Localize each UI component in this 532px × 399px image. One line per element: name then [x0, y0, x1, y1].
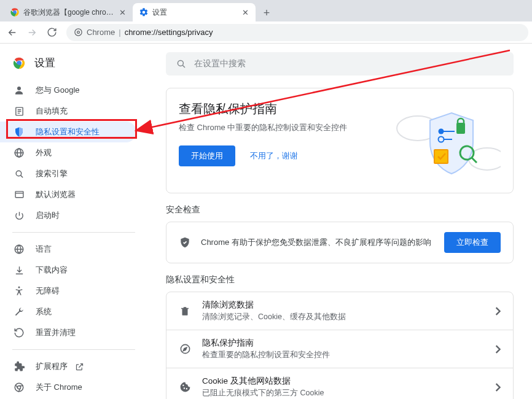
sidebar-item-label: 自动填充	[36, 106, 68, 117]
row-title: Cookie 及其他网站数据	[202, 376, 483, 387]
sidebar-item-search-engine[interactable]: 搜索引擎	[0, 163, 136, 184]
privacy-section-label: 隐私设置和安全性	[166, 274, 514, 285]
chevron-right-icon	[495, 307, 501, 316]
row-privacy-guide[interactable]: 隐私保护指南 检查重要的隐私控制设置和安全控件	[166, 330, 513, 368]
safety-check-text: Chrome 有助于保护您免受数据泄露、不良扩展程序等问题的影响	[201, 237, 434, 248]
row-title: 隐私保护指南	[202, 338, 483, 349]
guide-subtitle: 检查 Chrome 中重要的隐私控制设置和安全控件	[179, 122, 396, 133]
search-icon	[14, 168, 25, 179]
chevron-right-icon	[495, 345, 501, 354]
row-subtitle: 清除浏览记录、Cookie、缓存及其他数据	[202, 312, 483, 322]
shield-check-icon	[179, 236, 191, 249]
sidebar-item-label: 扩展程序	[36, 361, 68, 372]
settings-search-input[interactable]: 在设置中搜索	[166, 52, 514, 76]
sidebar-item-label: 无障碍	[36, 285, 60, 296]
sidebar-item-label: 您与 Google	[36, 85, 80, 96]
sidebar-item-about-chrome[interactable]: 关于 Chrome	[0, 377, 147, 398]
close-icon[interactable]: ✕	[118, 8, 127, 17]
sidebar-item-label: 默认浏览器	[36, 189, 76, 200]
row-subtitle: 已阻止无痕模式下的第三方 Cookie	[202, 388, 483, 398]
browser-tab-1[interactable]: 谷歌浏览器【google chrome】 ✕	[4, 3, 133, 21]
sidebar-item-label: 启动时	[36, 210, 60, 221]
sidebar-item-label: 搜索引擎	[36, 168, 68, 179]
address-bar[interactable]: Chrome | chrome://settings/privacy	[66, 24, 528, 41]
back-button[interactable]	[4, 24, 21, 41]
guide-title: 查看隐私保护指南	[179, 101, 396, 117]
autofill-icon	[14, 106, 25, 117]
chevron-right-icon	[495, 383, 501, 392]
power-icon	[14, 210, 25, 221]
sidebar-item-you-and-google[interactable]: 您与 Google	[0, 80, 136, 101]
new-tab-button[interactable]: +	[258, 4, 275, 21]
search-icon	[176, 58, 187, 69]
guide-illustration	[396, 101, 501, 180]
extension-icon	[14, 361, 25, 372]
sidebar-item-label: 关于 Chrome	[36, 382, 82, 393]
forward-button[interactable]	[23, 24, 41, 41]
sidebar-item-label: 下载内容	[36, 265, 68, 276]
sidebar-item-autofill[interactable]: 自动填充	[0, 101, 136, 122]
privacy-guide-card: 查看隐私保护指南 检查 Chrome 中重要的隐私控制设置和安全控件 开始使用 …	[166, 88, 514, 193]
accessibility-icon	[14, 285, 25, 296]
download-icon	[14, 265, 25, 276]
browser-icon	[14, 189, 25, 200]
svg-rect-18	[434, 150, 448, 163]
row-cookies[interactable]: Cookie 及其他网站数据 已阻止无痕模式下的第三方 Cookie	[166, 368, 513, 399]
sidebar-divider	[12, 349, 135, 350]
browser-tab-2[interactable]: 设置 ✕	[133, 3, 256, 21]
chrome-favicon-icon	[10, 7, 20, 17]
svg-point-9	[16, 171, 22, 176]
safety-check-section-label: 安全检查	[166, 204, 514, 215]
row-clear-browsing-data[interactable]: 清除浏览数据 清除浏览记录、Cookie、缓存及其他数据	[166, 292, 513, 330]
settings-main: 在设置中搜索 查看隐私保护指南 检查 Chrome 中重要的隐私控制设置和安全控…	[147, 44, 532, 399]
chrome-logo-icon	[12, 56, 26, 70]
person-icon	[14, 85, 25, 96]
sidebar-item-appearance[interactable]: 外观	[0, 142, 136, 163]
trash-icon	[179, 305, 191, 317]
row-title: 清除浏览数据	[202, 300, 483, 311]
settings-sidebar: 设置 您与 Google 自动填充 隐私设置和安全性 外观 搜索引擎 默认浏览器	[0, 44, 147, 399]
row-subtitle: 检查重要的隐私控制设置和安全控件	[202, 350, 483, 360]
svg-rect-10	[15, 191, 23, 197]
dismiss-guide-button[interactable]: 不用了，谢谢	[241, 145, 307, 166]
wrench-icon	[14, 306, 25, 317]
address-scheme-label: Chrome	[87, 28, 115, 37]
sidebar-item-reset[interactable]: 重置并清理	[0, 322, 136, 343]
toolbar: Chrome | chrome://settings/privacy	[0, 21, 532, 44]
sidebar-item-accessibility[interactable]: 无障碍	[0, 281, 136, 301]
start-guide-button[interactable]: 开始使用	[179, 145, 235, 166]
sidebar-item-default-browser[interactable]: 默认浏览器	[0, 184, 136, 205]
reset-icon	[14, 327, 25, 338]
external-link-icon	[75, 362, 84, 371]
chrome-scheme-icon	[74, 28, 83, 37]
tab-title: 设置	[152, 7, 237, 18]
sidebar-item-label: 系统	[36, 306, 52, 317]
svg-point-3	[77, 31, 80, 34]
sidebar-item-label: 语言	[36, 244, 52, 255]
close-icon[interactable]: ✕	[241, 8, 249, 17]
svg-point-6	[17, 87, 21, 90]
run-safety-check-button[interactable]: 立即检查	[444, 232, 501, 253]
sidebar-item-system[interactable]: 系统	[0, 301, 136, 322]
sidebar-item-downloads[interactable]: 下载内容	[0, 260, 136, 281]
cookie-icon	[179, 381, 191, 393]
sidebar-header: 设置	[0, 51, 147, 80]
svg-point-20	[439, 129, 444, 134]
svg-point-12	[18, 287, 20, 289]
privacy-settings-list: 清除浏览数据 清除浏览记录、Cookie、缓存及其他数据 隐私保护指南 检查重要…	[166, 292, 514, 399]
tab-title: 谷歌浏览器【google chrome】	[23, 7, 114, 18]
sidebar-item-label: 外观	[36, 147, 52, 158]
address-separator: |	[119, 28, 120, 37]
svg-point-2	[75, 29, 82, 36]
sidebar-item-languages[interactable]: 语言	[0, 239, 136, 260]
reload-button[interactable]	[43, 24, 60, 41]
settings-favicon-icon	[139, 7, 149, 17]
svg-rect-19	[456, 123, 465, 134]
compass-icon	[179, 343, 191, 355]
annotation-highlight-box	[6, 119, 137, 139]
sidebar-item-extensions[interactable]: 扩展程序	[0, 356, 147, 377]
sidebar-item-on-startup[interactable]: 启动时	[0, 205, 136, 226]
sidebar-item-label: 重置并清理	[36, 327, 76, 338]
globe-icon	[14, 244, 25, 255]
tab-bar: 谷歌浏览器【google chrome】 ✕ 设置 ✕ +	[0, 0, 532, 21]
